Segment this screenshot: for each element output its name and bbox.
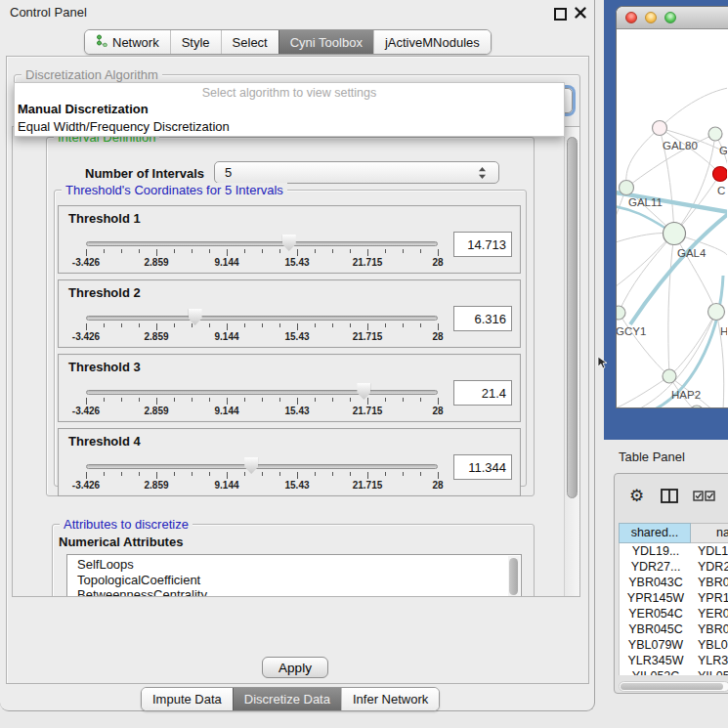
column-header-name[interactable]: name (691, 523, 728, 543)
table-hscroll-thumb[interactable] (621, 683, 723, 690)
network-node[interactable] (663, 369, 676, 383)
list-item-topologicalcoefficient[interactable]: TopologicalCoefficient (67, 573, 521, 588)
slider-tick-marks (86, 398, 438, 406)
network-node[interactable] (708, 127, 722, 141)
table-panel-title: Table Panel (619, 450, 685, 464)
control-panel-window: Control Panel NetworkStyleSelectCyni Too… (0, 0, 595, 711)
numerical-attributes-label: Numerical Attributes (59, 535, 183, 549)
table-row[interactable]: YDL19...YDL19 (620, 543, 728, 559)
settings-scroll-area: Interval Definition Number of Intervals … (12, 126, 580, 597)
network-node[interactable] (664, 223, 686, 245)
threshold-1-box: Threshold 1-3.4262.8599.14415.4321.71528… (58, 205, 521, 274)
list-item-betweennesscentrality[interactable]: BetweennessCentrality (67, 587, 521, 597)
table-row[interactable]: YER054CYER05 (620, 606, 728, 621)
network-node[interactable] (620, 181, 634, 195)
network-node[interactable] (653, 121, 667, 136)
window-title: Control Panel (10, 5, 87, 20)
network-canvas[interactable]: GAL80GACGAL11GAL4GCY1HHAP2 (617, 29, 727, 408)
threshold-3-value-field[interactable]: 21.4 (453, 380, 512, 406)
number-of-intervals-spinner[interactable]: 5 (214, 161, 499, 184)
tab-cyni-toolbox[interactable]: Cyni Toolbox (278, 30, 373, 54)
threshold-2-box: Threshold 2-3.4262.8599.14415.4321.71528… (58, 279, 521, 348)
threshold-2-value-field[interactable]: 6.316 (453, 306, 512, 331)
tab-jactivemnodules[interactable]: jActiveMNodules (373, 30, 491, 54)
table-row[interactable]: YLR345WYLR34 (620, 653, 728, 668)
threshold-2-label: Threshold 2 (68, 285, 141, 300)
float-window-icon[interactable] (554, 8, 567, 21)
apply-button[interactable]: Apply (262, 657, 328, 678)
attributes-list-scrollbar[interactable] (508, 556, 520, 597)
network-window-titlebar[interactable] (617, 7, 728, 29)
network-node[interactable] (690, 406, 704, 408)
network-view-window: GAL80GACGAL11GAL4GCY1HHAP2 (616, 6, 728, 408)
split-columns-icon[interactable] (661, 489, 678, 503)
slider-tick-marks (86, 249, 438, 257)
network-node-label: C (717, 185, 725, 196)
threshold-3-box: Threshold 3-3.4262.8599.14415.4321.71528… (58, 354, 521, 422)
table-panel-body: ⚙ shared... name YDL19...YDL19YDR27...YD… (614, 473, 728, 694)
numerical-attributes-list[interactable]: SelfLoopsTopologicalCoefficientBetweenne… (66, 554, 522, 597)
popup-option-manual-discretization[interactable]: Manual Discretization (15, 101, 564, 118)
network-node-label: GCY1 (617, 325, 646, 337)
minimize-traffic-light-icon[interactable] (645, 12, 657, 23)
settings-vertical-scrollbar[interactable] (564, 127, 580, 596)
gear-icon[interactable]: ⚙ (629, 486, 644, 506)
zoom-traffic-light-icon[interactable] (664, 12, 676, 23)
threshold-3-label: Threshold 3 (68, 360, 141, 374)
network-icon (96, 34, 108, 50)
network-node[interactable] (708, 304, 725, 321)
network-node-label: GAL80 (663, 140, 698, 151)
threshold-2-slider-track[interactable] (86, 316, 438, 321)
slider-tick-labels: -3.4262.8599.14415.4321.71528 (86, 480, 438, 492)
threshold-1-slider-track[interactable] (86, 241, 438, 246)
node-table: shared... name YDL19...YDL19YDR27...YDR2… (619, 523, 728, 675)
threshold-4-slider-track[interactable] (86, 464, 438, 469)
network-node-label: GAL11 (628, 196, 663, 208)
table-row[interactable]: YBR043CYBR04 (620, 575, 728, 590)
threshold-1-label: Threshold 1 (68, 211, 141, 226)
table-panel: Table Panel ⚙ shared... name YDL19...YDL… (604, 440, 728, 728)
bottom-tab-bar: Impute DataDiscretize DataInfer Network (141, 687, 440, 711)
list-item-selfloops[interactable]: SelfLoops (67, 557, 521, 573)
mouse-cursor (597, 356, 608, 369)
network-node-label: HAP2 (671, 389, 701, 401)
threshold-4-box: Threshold 4-3.4262.8599.14415.4321.71528… (58, 428, 521, 496)
table-rows: YDL19...YDL19YDR27...YDR27YBR043CYBR04YP… (619, 543, 728, 675)
tab-style[interactable]: Style (170, 30, 221, 54)
group-title-attributes: Attributes to discretize (60, 517, 193, 532)
slider-tick-labels: -3.4262.8599.14415.4321.71528 (86, 406, 438, 417)
attributes-scroll-thumb[interactable] (509, 558, 518, 595)
column-header-shared-name[interactable]: shared... (619, 523, 691, 543)
threshold-4-value-field[interactable]: 11.344 (453, 454, 512, 480)
tab-discretize-data[interactable]: Discretize Data (233, 688, 341, 710)
table-row[interactable]: YDR27...YDR27 (620, 559, 728, 575)
number-of-intervals-value: 5 (215, 165, 478, 180)
close-traffic-light-icon[interactable] (625, 12, 637, 23)
table-row[interactable]: YBL079WYBL07 (620, 637, 728, 653)
network-node[interactable] (617, 306, 625, 320)
algorithm-dropdown-popup: Select algorithm to view settings Manual… (14, 82, 565, 137)
table-row[interactable]: YBR045CYBR04 (620, 621, 728, 637)
tab-network[interactable]: Network (85, 30, 170, 54)
threshold-sliders-container: Threshold 1-3.4262.8599.14415.4321.71528… (58, 205, 521, 502)
tab-impute-data[interactable]: Impute Data (142, 688, 233, 710)
close-icon[interactable] (575, 7, 586, 19)
tab-select[interactable]: Select (221, 30, 278, 54)
slider-tick-labels: -3.4262.8599.14415.4321.71528 (86, 257, 438, 269)
threshold-1-value-field[interactable]: 14.713 (453, 232, 512, 257)
network-node-label: H (720, 325, 727, 337)
threshold-3-slider-track[interactable] (86, 390, 438, 395)
threshold-4-label: Threshold 4 (68, 434, 141, 449)
slider-tick-marks (86, 323, 438, 331)
table-row[interactable]: YIL052CYIL05 (620, 668, 728, 675)
top-tab-bar: NetworkStyleSelectCyni ToolboxjActiveMNo… (84, 29, 492, 55)
checkboxes-icon[interactable] (693, 491, 716, 501)
table-horizontal-scrollbar[interactable] (619, 681, 728, 692)
tab-infer-network[interactable]: Infer Network (341, 688, 439, 710)
attributes-group: Attributes to discretize Numerical Attri… (52, 524, 535, 597)
settings-scroll-thumb[interactable] (567, 137, 578, 498)
table-row[interactable]: YPR145WYPR14 (620, 590, 728, 606)
popup-option-equal-width-frequency-discretization[interactable]: Equal Width/Frequency Discretization (15, 118, 564, 136)
network-node[interactable] (713, 167, 728, 182)
popup-placeholder-option[interactable]: Select algorithm to view settings (15, 83, 564, 101)
